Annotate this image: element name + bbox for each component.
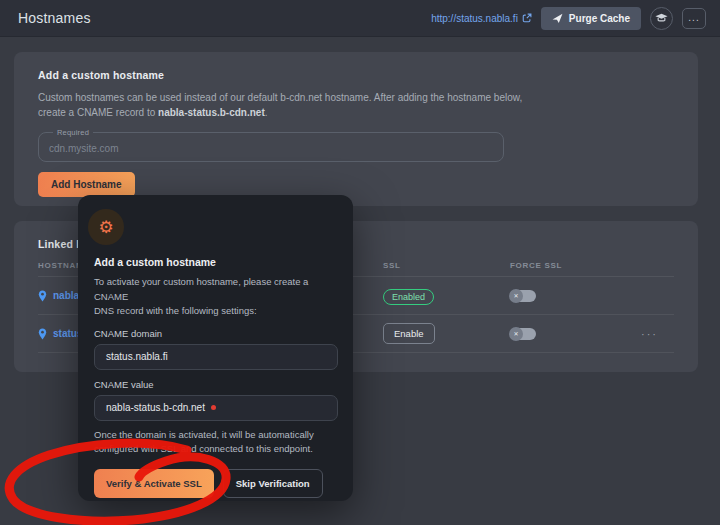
add-hostname-card-title: Add a custom hostname <box>38 69 674 81</box>
education-button[interactable] <box>650 7 673 30</box>
header-more-button[interactable]: ... <box>682 8 706 29</box>
column-force-ssl: FORCE SSL <box>510 261 674 270</box>
hostname-input-group: Required <box>38 128 504 162</box>
endpoint-link-label: http://status.nabla.fi <box>431 13 518 24</box>
ellipsis-icon: ... <box>688 13 699 23</box>
hostname-input[interactable] <box>49 142 493 156</box>
force-ssl-toggle[interactable]: ✕ <box>510 290 536 302</box>
verify-activate-ssl-button[interactable]: Verify & Activate SSL <box>94 469 214 498</box>
modal-icon-circle: ⚙ <box>88 209 124 245</box>
map-pin-icon <box>38 290 47 302</box>
modal-buttons: Verify & Activate SSL Skip Verification <box>94 469 339 498</box>
add-hostname-button[interactable]: Add Hostname <box>38 172 135 197</box>
add-hostname-card-description: Custom hostnames can be used instead of … <box>38 90 578 120</box>
column-ssl: SSL <box>383 261 510 270</box>
toggle-off-icon: ✕ <box>509 327 523 341</box>
enable-ssl-button[interactable]: Enable <box>383 323 435 344</box>
ssl-enabled-badge: Enabled <box>383 289 434 305</box>
row-actions-button[interactable]: ··· <box>641 328 658 340</box>
description-line-2: create a CNAME record to nabla-status.b-… <box>38 105 578 120</box>
cname-domain-value: status.nabla.fi <box>106 351 168 362</box>
purge-icon <box>552 13 563 24</box>
required-indicator-icon <box>211 405 216 410</box>
cname-domain-label: CNAME domain <box>94 328 339 339</box>
ssl-cell: Enable <box>383 323 510 344</box>
external-link-icon <box>522 13 532 23</box>
purge-cache-label: Purge Cache <box>569 13 630 24</box>
header-actions: http://status.nabla.fi Purge Cache <box>431 7 706 30</box>
cname-value-input[interactable]: nabla-status.b-cdn.net <box>94 395 338 421</box>
page-title: Hostnames <box>14 10 91 26</box>
add-hostname-card: Add a custom hostname Custom hostnames c… <box>14 52 698 206</box>
modal-note: Once the domain is activated, it will be… <box>94 428 339 457</box>
description-line-1: Custom hostnames can be used instead of … <box>38 90 578 105</box>
page-header: Hostnames http://status.nabla.fi Purge C… <box>0 0 720 37</box>
force-ssl-cell: ✕ ··· <box>510 328 674 340</box>
ssl-cell: Enabled <box>383 286 510 305</box>
gear-icon: ⚙ <box>98 219 113 236</box>
cname-value-value: nabla-status.b-cdn.net <box>106 402 205 413</box>
modal-intro: To activate your custom hostname, please… <box>94 275 339 319</box>
cname-domain-input[interactable]: status.nabla.fi <box>94 344 338 370</box>
cname-target-text: nabla-status.b-cdn.net <box>158 107 265 118</box>
modal-title: Add a custom hostname <box>94 256 339 268</box>
graduation-cap-icon <box>655 13 668 24</box>
force-ssl-toggle[interactable]: ✕ <box>510 328 536 340</box>
add-hostname-modal: ⚙ Add a custom hostname To activate your… <box>78 195 353 501</box>
required-label: Required <box>53 128 93 137</box>
toggle-off-icon: ✕ <box>509 289 523 303</box>
force-ssl-cell: ✕ <box>510 290 674 302</box>
endpoint-link[interactable]: http://status.nabla.fi <box>431 13 532 24</box>
skip-verification-button[interactable]: Skip Verification <box>223 469 323 498</box>
cname-value-label: CNAME value <box>94 379 339 390</box>
map-pin-icon <box>38 328 47 340</box>
purge-cache-button[interactable]: Purge Cache <box>541 7 641 30</box>
